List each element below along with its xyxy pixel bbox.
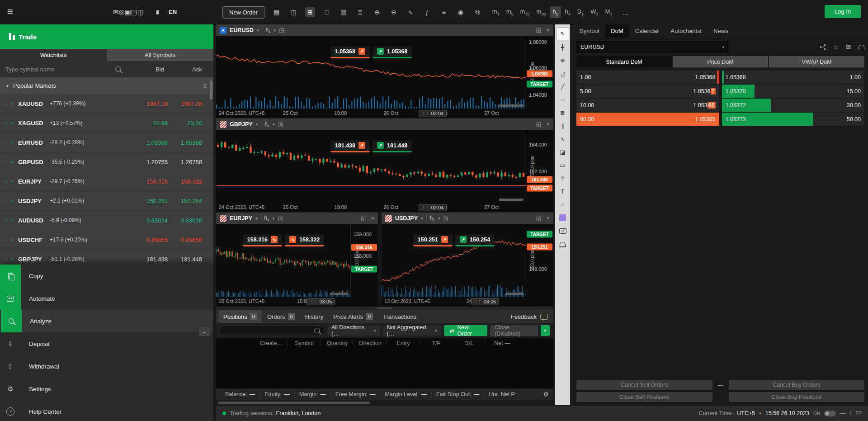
menu-item-help-center[interactable]: ? Help Center xyxy=(0,400,213,421)
ellipse-icon[interactable]: ○ xyxy=(557,199,569,211)
timezone-selector[interactable]: UTC+5 xyxy=(737,410,755,416)
list-menu-icon[interactable]: ≡ xyxy=(203,82,207,90)
brush-icon[interactable]: ∿ xyxy=(557,133,569,145)
tab-symbol[interactable]: Symbol xyxy=(574,24,605,38)
new-order-button[interactable]: ⇄ New Order xyxy=(444,325,487,336)
price-axis[interactable]: 250.0 pips 159.000158.000 158.316 TARGET xyxy=(350,224,378,297)
chart-body[interactable]: 500.0 pips 1.080001.060001.04000 1.05368… xyxy=(216,36,553,118)
table-column-header[interactable]: Entry xyxy=(387,340,420,346)
language-selector[interactable]: EN xyxy=(169,9,177,15)
chevron-down-icon[interactable]: ▾ xyxy=(257,28,259,33)
zoom-out-icon[interactable]: ⊖ xyxy=(389,7,399,17)
chart-mode-icon[interactable]: ▤ xyxy=(272,7,282,17)
chart-scrollbar[interactable] xyxy=(330,293,348,295)
tab-orders[interactable]: Orders 0 xyxy=(263,310,300,323)
close-icon[interactable]: × xyxy=(547,27,550,33)
symbol-bid[interactable]: 22.98 xyxy=(128,120,168,127)
gear-icon[interactable]: ⚙ xyxy=(543,391,549,398)
time-tooltip[interactable]: ⋮⋮03:04 xyxy=(419,110,447,117)
tab-watchlists[interactable]: Watchlists xyxy=(0,49,107,61)
layers-icon[interactable]: ≡ xyxy=(439,7,449,17)
tab-vwap-dom[interactable]: VWAP DoM xyxy=(769,56,864,67)
symbol-row[interactable]: ∷ ✓ EURUSD -29.2 (-0.28%) 1.05368 1.0536… xyxy=(0,133,213,152)
tab-dom[interactable]: DoM xyxy=(605,24,629,38)
dom-buy-row[interactable]: 1.05370 15.00 xyxy=(722,85,865,98)
symbol-ask[interactable]: 1987.28 xyxy=(168,100,202,107)
rectangle-icon[interactable]: ▭ xyxy=(557,159,569,171)
cancel-sell-orders-button[interactable]: Cancel Sell Orders xyxy=(576,380,712,390)
tab-transactions[interactable]: Transactions xyxy=(378,311,421,323)
timeframe-button[interactable]: D1 xyxy=(575,6,586,18)
measure-icon[interactable]: ◿ xyxy=(557,67,569,80)
camera-icon[interactable] xyxy=(557,225,569,237)
tab-calendar[interactable]: Calendar xyxy=(629,24,665,38)
time-axis[interactable]: 24 Oct 2023, UTC+5 25 Oct19:0026 Oct13:0… xyxy=(216,203,526,212)
dom-sell-row[interactable]: 5.00 1.05367 xyxy=(576,85,719,98)
login-button[interactable]: Log In xyxy=(825,5,861,18)
table-column-header[interactable]: Quantity xyxy=(321,340,354,346)
close-sell-positions-button[interactable]: Close Sell Positions xyxy=(576,392,712,402)
price-axis[interactable]: 500.0 pips 1.080001.060001.04000 1.05368… xyxy=(526,36,553,109)
fibonacci-icon[interactable]: ≣ xyxy=(557,107,569,119)
popout-icon[interactable]: ◳ xyxy=(443,215,448,222)
timeframe-button[interactable]: m15 xyxy=(518,6,533,18)
chart-symbol[interactable]: EURUSD xyxy=(230,27,254,33)
symbol-row[interactable]: ∷ ✓ EURJPY -39.7 (-0.25%) 158.316 158.32… xyxy=(0,172,213,191)
restore-icon[interactable]: ◱ xyxy=(536,215,541,222)
expand-icon[interactable]: ◳ xyxy=(131,8,137,16)
symbol-search-input[interactable] xyxy=(5,66,112,73)
positions-search-input[interactable] xyxy=(225,327,311,334)
indicators-icon[interactable]: ƒ xyxy=(422,7,432,17)
more-timeframes-icon[interactable]: … xyxy=(622,9,630,16)
drag-handle-icon[interactable]: ∷ xyxy=(4,256,10,262)
collapse-caret-icon[interactable]: ▾ xyxy=(6,83,9,88)
chart-body[interactable]: 250.0 pips 159.000158.000 158.316 TARGET… xyxy=(216,224,378,306)
table-column-header[interactable]: T/P xyxy=(420,340,453,346)
drag-handle-icon[interactable]: ∷ xyxy=(4,218,10,223)
symbol-ask[interactable]: 1.05368 xyxy=(168,139,202,146)
tab-news[interactable]: News xyxy=(708,24,734,38)
table-column-header[interactable]: Symbol xyxy=(288,340,321,346)
eye-icon[interactable]: ◉ xyxy=(456,7,466,17)
chevron-down-icon[interactable]: ▾ xyxy=(256,122,258,127)
dom-sell-row[interactable]: 1.00 1.05368 xyxy=(576,71,719,84)
table-column-header[interactable]: Create… xyxy=(255,340,288,346)
buy-button[interactable]: ↗ 1.05368 xyxy=(373,46,412,58)
zoom-in-icon[interactable]: ⊕ xyxy=(372,7,382,17)
symbol-bid[interactable]: 0.89855 xyxy=(128,237,168,243)
timeframe-button[interactable]: m5 xyxy=(504,6,516,18)
menu-item-copy[interactable]: Copy xyxy=(0,265,213,287)
restore-icon[interactable]: ◱ xyxy=(536,27,541,33)
touch-trade-icon[interactable]: ◎ xyxy=(119,8,125,16)
drag-handle-icon[interactable]: ∷ xyxy=(4,198,10,204)
symbol-row[interactable]: ∷ ✓ XAGUSD +13 (+0.57%) 22.98 23.00 xyxy=(0,114,213,133)
single-chart-icon[interactable]: □ xyxy=(322,7,332,17)
percent-icon[interactable]: % xyxy=(472,7,482,17)
dom-sell-row[interactable]: 10.00 1.05366 xyxy=(576,99,719,112)
restore-icon[interactable]: ◱ xyxy=(361,215,366,222)
price-axis[interactable]: 500.0 pips 184.000182.000 181.438 TARGET xyxy=(526,130,553,203)
feedback-button[interactable]: Feedback xyxy=(511,313,548,320)
positions-search[interactable] xyxy=(220,325,325,336)
time-tooltip[interactable]: ⋮⋮03:05 xyxy=(307,298,335,305)
chevron-down-icon[interactable]: ▾ xyxy=(274,28,276,33)
volume-icon[interactable] xyxy=(154,10,159,14)
time-tooltip[interactable]: ⋮⋮03:04 xyxy=(419,204,447,211)
tab-positions[interactable]: Positions 0 xyxy=(219,310,262,323)
templates-icon[interactable]: ≣ xyxy=(355,7,365,17)
chart-type-icon[interactable]: ∿ xyxy=(406,7,415,17)
symbol-ask[interactable]: 150.254 xyxy=(168,198,202,204)
timeframe-button[interactable]: m1 xyxy=(490,6,502,18)
tab-history[interactable]: History xyxy=(301,311,328,323)
chevron-down-icon[interactable]: ▾ xyxy=(421,216,423,221)
menu-item-deposit[interactable]: ⇩ Deposit xyxy=(0,332,213,355)
dom-buy-row[interactable]: 1.05373 50.00 xyxy=(722,113,865,126)
close-icon[interactable]: × xyxy=(547,121,550,128)
mail-icon[interactable]: ✉ xyxy=(113,8,119,16)
popout-icon[interactable]: ◳ xyxy=(278,121,283,128)
linked-charts-icon[interactable]: ▥ xyxy=(339,7,349,17)
restore-icon[interactable]: ◱ xyxy=(536,121,541,128)
close-disabled-button[interactable]: Close (Disabled) xyxy=(490,325,538,336)
symbol-row[interactable]: ∷ ✓ USDJPY +2.2 (+0.01%) 150.251 150.254 xyxy=(0,191,213,211)
share-icon[interactable] xyxy=(820,44,826,50)
